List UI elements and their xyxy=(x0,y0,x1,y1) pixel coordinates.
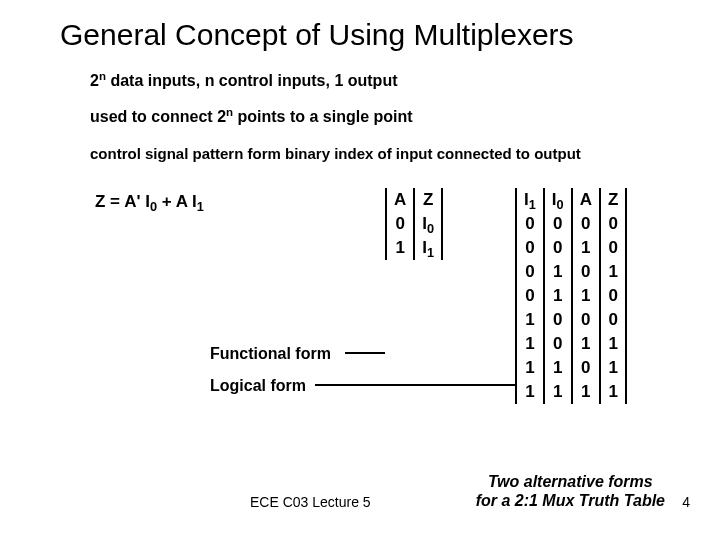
truth-table-small: A Z 0 I0 1 I1 xyxy=(385,188,443,260)
table-row: 1111 xyxy=(516,380,626,404)
footer-line2: for a 2:1 Mux Truth Table xyxy=(476,492,665,509)
connector-line xyxy=(315,384,515,386)
cell: 0 xyxy=(544,212,572,236)
eq-s1: 1 xyxy=(197,199,204,214)
cell: 0 xyxy=(386,212,414,236)
sub: 1 xyxy=(529,197,536,212)
table-row: 0110 xyxy=(516,284,626,308)
cell: 1 xyxy=(600,332,626,356)
eq-s0: 0 xyxy=(150,199,157,214)
sub: 1 xyxy=(427,245,434,260)
bullet-2: used to connect 2n points to a single po… xyxy=(90,108,413,126)
cell: 1 xyxy=(386,236,414,260)
cell: 1 xyxy=(516,308,544,332)
b1-sup: n xyxy=(99,70,106,82)
table-row: A Z xyxy=(386,188,442,212)
cell: 1 xyxy=(544,380,572,404)
table-row: 0101 xyxy=(516,260,626,284)
col-I0: I0 xyxy=(544,188,572,212)
truth-table-big: I1 I0 A Z 0000 0010 0101 0110 1000 1011 … xyxy=(515,188,627,404)
col-Z: Z xyxy=(600,188,626,212)
cell: 0 xyxy=(572,356,600,380)
slide: General Concept of Using Multiplexers 2n… xyxy=(0,0,720,540)
table-row: 0000 xyxy=(516,212,626,236)
cell: 0 xyxy=(516,212,544,236)
b1-rest: data inputs, n control inputs, 1 output xyxy=(106,72,398,89)
col-Z: Z xyxy=(414,188,442,212)
cell: 1 xyxy=(516,332,544,356)
table-row: 1000 xyxy=(516,308,626,332)
sub: 0 xyxy=(557,197,564,212)
cell: 1 xyxy=(544,284,572,308)
footer-lecture: ECE C03 Lecture 5 xyxy=(250,494,371,510)
cell: I1 xyxy=(414,236,442,260)
cell: 0 xyxy=(544,332,572,356)
cell: 0 xyxy=(516,284,544,308)
cell: 0 xyxy=(516,260,544,284)
cell: 0 xyxy=(600,284,626,308)
table-row: 0 I0 xyxy=(386,212,442,236)
col-I1: I1 xyxy=(516,188,544,212)
connector-line xyxy=(345,352,385,354)
cell: 1 xyxy=(516,380,544,404)
cell: 1 xyxy=(600,356,626,380)
col-A: A xyxy=(572,188,600,212)
page-title: General Concept of Using Multiplexers xyxy=(60,18,574,52)
cell: 0 xyxy=(544,308,572,332)
b2-b: points to a single point xyxy=(233,108,413,125)
cell: 0 xyxy=(572,212,600,236)
table-row: 0010 xyxy=(516,236,626,260)
cell: 1 xyxy=(572,332,600,356)
cell: 0 xyxy=(572,260,600,284)
footer-line1: Two alternative forms xyxy=(488,473,653,490)
cell: 1 xyxy=(600,260,626,284)
cell: 1 xyxy=(516,356,544,380)
cell: 0 xyxy=(600,236,626,260)
b2-sup: n xyxy=(226,106,233,118)
bullet-1: 2n data inputs, n control inputs, 1 outp… xyxy=(90,72,397,90)
cell: 0 xyxy=(600,212,626,236)
cell: 0 xyxy=(516,236,544,260)
table-row: 1011 xyxy=(516,332,626,356)
table-row: 1 I1 xyxy=(386,236,442,260)
cell: 1 xyxy=(572,284,600,308)
cell: I0 xyxy=(414,212,442,236)
cell: 0 xyxy=(600,308,626,332)
cell: 0 xyxy=(572,308,600,332)
cell: 1 xyxy=(544,260,572,284)
table-row: I1 I0 A Z xyxy=(516,188,626,212)
bullet-3: control signal pattern form binary index… xyxy=(90,145,581,162)
cell: 0 xyxy=(544,236,572,260)
cell: 1 xyxy=(572,236,600,260)
sub: 0 xyxy=(427,221,434,236)
cell: 1 xyxy=(600,380,626,404)
footer-caption: Two alternative forms for a 2:1 Mux Trut… xyxy=(476,473,665,510)
functional-form-label: Functional form xyxy=(210,345,331,363)
eq-mid: + A I xyxy=(157,192,197,211)
eq-pre: Z = A' I xyxy=(95,192,150,211)
page-number: 4 xyxy=(682,494,690,510)
b2-a: used to connect 2 xyxy=(90,108,226,125)
cell: 1 xyxy=(572,380,600,404)
cell: 1 xyxy=(544,356,572,380)
col-A: A xyxy=(386,188,414,212)
logical-form-label: Logical form xyxy=(210,377,306,395)
b1-base: 2 xyxy=(90,72,99,89)
table-row: 1101 xyxy=(516,356,626,380)
equation: Z = A' I0 + A I1 xyxy=(95,192,204,212)
